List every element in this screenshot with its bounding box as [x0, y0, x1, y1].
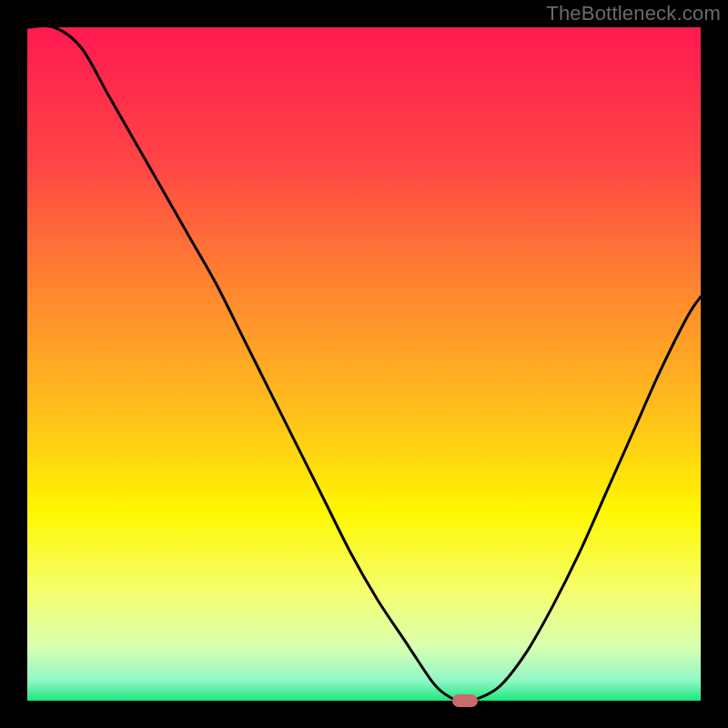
- bottleneck-marker: [452, 694, 478, 707]
- plot-area: [27, 27, 701, 701]
- curve-line: [27, 27, 701, 701]
- chart-frame: TheBottleneck.com: [0, 0, 728, 728]
- watermark-text: TheBottleneck.com: [546, 2, 721, 25]
